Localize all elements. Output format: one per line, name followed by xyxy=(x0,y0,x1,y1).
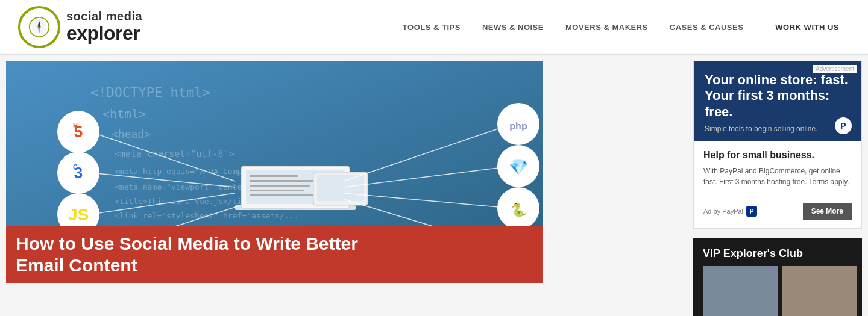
svg-text:C: C xyxy=(73,163,78,170)
svg-rect-20 xyxy=(250,180,322,182)
see-more-button[interactable]: See More xyxy=(803,203,852,220)
nav-divider xyxy=(759,15,760,39)
ad-box: Advertisement Your online store: fast.Yo… xyxy=(693,61,862,229)
main-content: <!DOCTYPE html> <html> <head> <meta char… xyxy=(0,55,868,316)
vip-image-2 xyxy=(782,266,857,316)
svg-text:💎: 💎 xyxy=(509,157,529,176)
nav-item-cases-causes[interactable]: CASES & CAUSES xyxy=(659,18,755,37)
svg-rect-25 xyxy=(317,175,364,201)
svg-text:php: php xyxy=(509,121,527,131)
logo-line2: explorer xyxy=(66,23,142,44)
article-area: <!DOCTYPE html> <html> <head> <meta char… xyxy=(0,55,687,316)
header: social media explorer TOOLS & TIPS NEWS … xyxy=(0,0,868,55)
ad-by: Ad by PayPal P xyxy=(703,206,757,217)
sidebar: Advertisement Your online store: fast.Yo… xyxy=(687,55,868,316)
ad-box-footer: Ad by PayPal P See More xyxy=(694,203,861,228)
paypal-small-icon: P xyxy=(746,206,757,217)
svg-point-4 xyxy=(38,26,40,28)
svg-text:H: H xyxy=(73,122,78,129)
svg-text:JS: JS xyxy=(68,205,89,224)
svg-text:<!DOCTYPE html>: <!DOCTYPE html> xyxy=(90,85,210,100)
logo-area[interactable]: social media explorer xyxy=(18,6,142,48)
nav-item-tools-tips[interactable]: TOOLS & TIPS xyxy=(392,18,471,37)
ad-help-title: Help for small business. xyxy=(703,150,852,161)
nav-item-work-with-us[interactable]: WORK WITH US xyxy=(764,18,850,37)
hero-title: How to Use Social Media to Write Better … xyxy=(16,233,533,276)
main-nav: TOOLS & TIPS NEWS & NOISE MOVERS & MAKER… xyxy=(392,15,850,39)
svg-rect-22 xyxy=(250,190,304,191)
logo-line1: social media xyxy=(66,10,142,23)
svg-text:🐍: 🐍 xyxy=(511,202,527,218)
svg-text:<title>This is a Vue.js</title: <title>This is a Vue.js</title> xyxy=(115,197,261,206)
svg-rect-23 xyxy=(250,194,316,196)
svg-text:<link rel="stylesheet" href="a: <link rel="stylesheet" href="assets/... xyxy=(115,211,298,220)
svg-text:<html>: <html> xyxy=(102,107,146,121)
ad-headline: Your online store: fast.Your first 3 mon… xyxy=(705,72,851,120)
nav-item-news-noise[interactable]: NEWS & NOISE xyxy=(471,18,555,37)
nav-item-movers-makers[interactable]: MOVERS & MAKERS xyxy=(555,18,659,37)
compass-icon xyxy=(28,16,50,38)
nav-items: TOOLS & TIPS NEWS & NOISE MOVERS & MAKER… xyxy=(392,15,850,39)
vip-box[interactable]: VIP Explorer's Club xyxy=(693,238,862,316)
ad-subtext: Simple tools to begin selling online. xyxy=(705,125,851,133)
vip-images xyxy=(703,266,852,316)
ad-label: Advertisement xyxy=(813,65,857,73)
svg-rect-21 xyxy=(250,185,310,187)
svg-text:<meta charset="utf-8">: <meta charset="utf-8"> xyxy=(115,149,234,160)
logo-circle xyxy=(18,6,60,48)
ad-box-header: Advertisement Your online store: fast.Yo… xyxy=(694,61,861,141)
logo-text: social media explorer xyxy=(66,10,142,44)
hero-title-bar[interactable]: How to Use Social Media to Write Better … xyxy=(6,226,542,283)
vip-image-1 xyxy=(703,266,778,316)
svg-rect-19 xyxy=(250,175,298,177)
paypal-logo-icon: P xyxy=(835,117,852,134)
ad-box-body: Help for small business. With PayPal and… xyxy=(694,141,861,203)
svg-text:<head>: <head> xyxy=(112,128,151,140)
hero-image[interactable]: <!DOCTYPE html> <html> <head> <meta char… xyxy=(6,61,542,283)
vip-title: VIP Explorer's Club xyxy=(703,247,852,260)
ad-help-text: With PayPal and BigCommerce, get online … xyxy=(703,166,852,187)
